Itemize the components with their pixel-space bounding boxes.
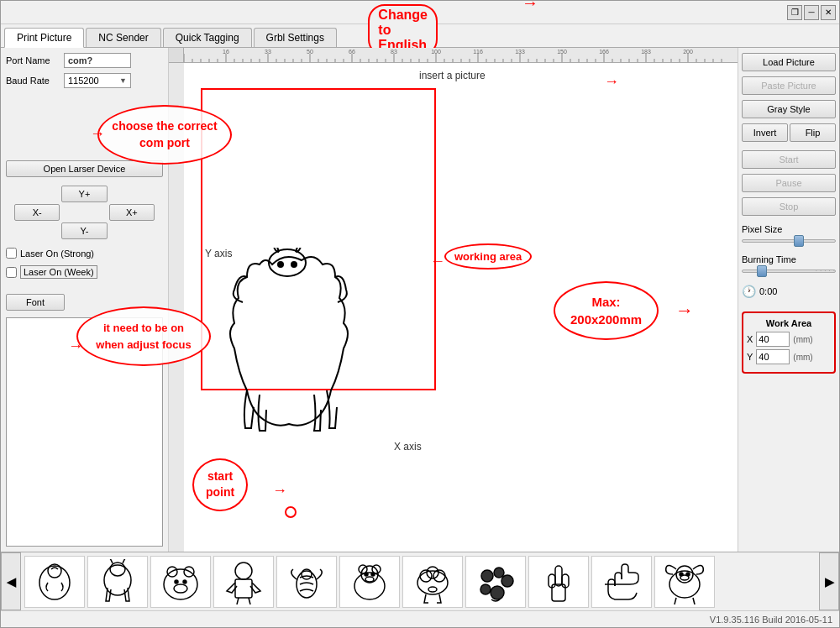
laser-week-checkbox[interactable] [6, 267, 17, 278]
horse-drawing [205, 248, 373, 441]
svg-point-92 [235, 563, 252, 579]
close-button[interactable]: ✕ [821, 5, 836, 20]
burning-time-slider[interactable]: · · · · · [742, 270, 836, 273]
paste-picture-button[interactable]: Paste Picture [742, 76, 836, 95]
x-minus-button[interactable]: X- [14, 204, 60, 221]
gray-style-button[interactable]: Gray Style [742, 100, 836, 118]
thumb-icon-4 [218, 559, 269, 604]
timer-row: 🕐 0:00 [742, 285, 836, 298]
drawing-surface[interactable]: Y axis X axis working area ← startpoint … [184, 63, 738, 552]
port-name-row: Port Name com? [6, 53, 163, 68]
svg-point-108 [481, 570, 493, 582]
svg-text:16: 16 [223, 49, 229, 55]
flip-button[interactable]: Flip [790, 123, 836, 142]
svg-text:33: 33 [265, 49, 271, 55]
thumbnail-2[interactable] [87, 556, 148, 608]
svg-text:116: 116 [473, 49, 483, 55]
tab-nc-sender[interactable]: NC Sender [86, 28, 160, 47]
pause-button[interactable]: Pause [742, 174, 836, 192]
svg-point-111 [480, 584, 491, 594]
svg-text:83: 83 [391, 49, 397, 55]
thumb-icon-5 [281, 559, 332, 604]
thumbnail-6[interactable] [339, 556, 400, 608]
max-size-annotation: Max:200x200mm [554, 281, 659, 340]
svg-point-106 [427, 567, 438, 578]
thumb-icon-10 [596, 559, 647, 604]
start-button[interactable]: Start [742, 150, 836, 169]
work-area-x-label: X [747, 334, 753, 344]
work-area-box: Work Area X (mm) Y (mm) [742, 311, 836, 374]
timer-icon: 🕐 [742, 285, 756, 298]
pixel-size-label: Pixel Size [742, 224, 836, 234]
svg-text:50: 50 [307, 49, 313, 55]
thumbnail-8[interactable] [465, 556, 526, 608]
thumbnail-1[interactable] [24, 556, 85, 608]
svg-text:183: 183 [641, 49, 651, 55]
thumbnail-5[interactable] [276, 556, 337, 608]
start-point-indicator [285, 506, 297, 518]
port-name-input[interactable]: com? [64, 53, 131, 68]
restore-button[interactable]: ❐ [787, 5, 802, 20]
x-plus-button[interactable]: X+ [109, 204, 155, 221]
svg-point-84 [104, 565, 131, 595]
work-area-x-input[interactable] [756, 332, 790, 347]
svg-point-82 [39, 566, 70, 599]
laser-week-label: Laser On (Week) [20, 265, 97, 279]
thumbnail-7[interactable] [402, 556, 463, 608]
svg-point-94 [297, 571, 317, 598]
work-area-y-input[interactable] [756, 349, 790, 364]
tab-quick-tagging[interactable]: Quick Tagging [163, 28, 252, 47]
direction-buttons: Y+ X- X+ Y- [6, 186, 163, 239]
ruler-left [169, 63, 184, 552]
text-input-area[interactable] [6, 317, 163, 547]
choose-com-arrow: → [90, 125, 105, 143]
work-area-y-unit: (mm) [793, 353, 812, 362]
pixel-size-section: Pixel Size [742, 224, 836, 248]
thumbnail-11[interactable] [654, 556, 715, 608]
thumb-icon-2 [92, 559, 143, 604]
working-area-annotation: working area [444, 243, 532, 270]
y-minus-button[interactable]: Y- [61, 222, 107, 239]
svg-rect-78 [169, 63, 184, 552]
minimize-button[interactable]: ─ [804, 5, 819, 20]
strip-nav-left[interactable]: ◀ [1, 552, 21, 610]
thumbnail-4[interactable] [213, 556, 274, 608]
thumb-icon-9 [533, 559, 584, 604]
tab-grbl-settings[interactable]: Grbl Settings [254, 28, 337, 47]
burning-time-label: Burning Time [742, 254, 836, 264]
svg-point-100 [365, 573, 368, 576]
font-button[interactable]: Font [6, 294, 65, 311]
pixel-size-thumb[interactable] [794, 235, 804, 247]
load-picture-button[interactable]: Load Picture [742, 53, 836, 71]
open-laser-button[interactable]: Open Larser Device [6, 160, 163, 177]
insert-picture-label: insert a picture [419, 70, 486, 81]
pixel-size-slider[interactable] [742, 239, 836, 243]
work-area-y-label: Y [747, 352, 753, 362]
invert-button[interactable]: Invert [742, 123, 788, 142]
main-window: → Change to English ❐ ─ ✕ Print Picture … [0, 0, 840, 628]
svg-point-80 [278, 262, 283, 267]
baud-rate-row: Baud Rate 115200 ▼ [6, 73, 163, 88]
thumb-icon-11 [659, 559, 710, 604]
tab-print-picture[interactable]: Print Picture [4, 28, 84, 48]
status-bar: V1.9.35.116 Build 2016-05-11 [1, 610, 839, 627]
y-plus-button[interactable]: Y+ [61, 186, 107, 202]
thumb-icon-1 [29, 559, 80, 604]
baud-rate-select[interactable]: 115200 ▼ [64, 73, 131, 88]
svg-point-121 [680, 575, 689, 580]
combo-arrow-icon: ▼ [119, 76, 127, 85]
svg-text:100: 100 [431, 49, 441, 55]
svg-point-107 [428, 587, 437, 592]
stop-button[interactable]: Stop [742, 197, 836, 216]
thumb-icon-6 [344, 559, 395, 604]
laser-strong-label: Laser On (Strong) [20, 249, 94, 259]
thumbnail-3[interactable] [150, 556, 211, 608]
strip-nav-right[interactable]: ▶ [819, 552, 839, 610]
svg-text:166: 166 [599, 49, 609, 55]
thumbnail-9[interactable] [528, 556, 589, 608]
thumbnail-10[interactable] [591, 556, 652, 608]
svg-text:200: 200 [683, 49, 693, 55]
laser-strong-checkbox[interactable] [6, 248, 17, 259]
thumbnail-list [21, 552, 819, 611]
burning-time-thumb[interactable] [757, 265, 767, 277]
